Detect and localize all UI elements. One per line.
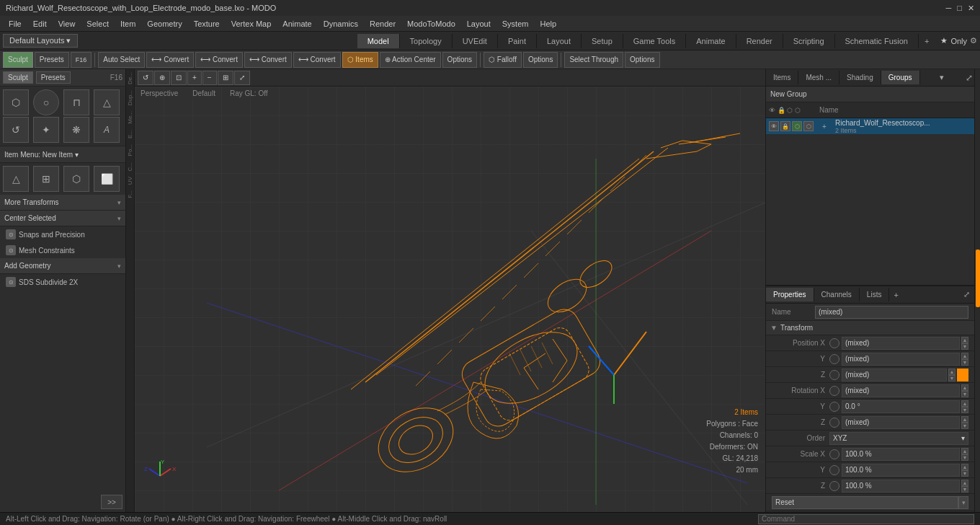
tab-model[interactable]: Model: [357, 34, 400, 48]
menu-layout[interactable]: Layout: [461, 18, 496, 30]
tab-uvedit[interactable]: UVEdit: [453, 34, 498, 48]
item-lock-icon[interactable]: 🔒: [780, 121, 790, 131]
tool-cone[interactable]: △: [94, 89, 120, 115]
f16-button[interactable]: F16: [71, 52, 92, 68]
panel-expand-button[interactable]: ⤢: [966, 73, 973, 83]
item-menu[interactable]: Item Menu: New Item ▾: [0, 146, 125, 163]
vp-btn-zoom-in[interactable]: +: [187, 71, 202, 85]
menu-texture[interactable]: Texture: [188, 18, 226, 30]
position-z-down[interactable]: ▼: [948, 375, 956, 381]
rotation-y-dot[interactable]: [829, 402, 839, 412]
snaps-precision-item[interactable]: ⊙ Snaps and Precision: [0, 226, 125, 242]
side-label-de[interactable]: De...: [127, 69, 133, 87]
position-y-dot[interactable]: [829, 354, 839, 364]
props-tab-lists[interactable]: Lists: [860, 288, 890, 301]
side-label-me[interactable]: Me...: [127, 108, 133, 127]
scale-x-dot[interactable]: [829, 449, 839, 459]
sds-subdivide-item[interactable]: ⊙ SDS Subdivide 2X: [0, 274, 125, 290]
scale-y-up[interactable]: ▲: [961, 464, 968, 470]
tab-groups[interactable]: Groups: [881, 71, 920, 84]
scale-x-down[interactable]: ▼: [961, 454, 968, 461]
position-x-up[interactable]: ▲: [961, 337, 968, 343]
vp-btn-expand[interactable]: ⤢: [234, 71, 250, 85]
menu-help[interactable]: Help: [534, 18, 562, 30]
item-eye-icon[interactable]: 👁: [769, 121, 779, 131]
presets-button[interactable]: Presets: [35, 52, 69, 68]
falloff-button[interactable]: ⬡ Falloff: [484, 52, 522, 68]
side-label-uv[interactable]: UV: [127, 174, 133, 188]
vp-btn-zoom-fit[interactable]: ⊡: [171, 71, 187, 85]
tab-render[interactable]: Render: [736, 34, 783, 48]
props-expand-button[interactable]: ⤢: [959, 287, 974, 302]
menu-modomodo[interactable]: ModoToModo: [401, 18, 461, 30]
props-add-button[interactable]: +: [889, 288, 902, 302]
options3-button[interactable]: Options: [625, 52, 659, 68]
menu-item[interactable]: Item: [115, 18, 141, 30]
rotation-x-down[interactable]: ▼: [961, 391, 968, 397]
tab-paint[interactable]: Paint: [498, 34, 537, 48]
options2-button[interactable]: Options: [523, 52, 558, 68]
side-label-dup[interactable]: Dup...: [127, 87, 133, 108]
tool-text[interactable]: A: [94, 117, 120, 143]
items-button[interactable]: ⬡ Items: [342, 52, 378, 68]
command-input[interactable]: [758, 514, 974, 524]
menu-edit[interactable]: Edit: [27, 18, 53, 30]
tool-subdiv[interactable]: ❋: [63, 117, 89, 143]
add-geometry-section[interactable]: Add Geometry ▾: [0, 258, 125, 274]
convert1-button[interactable]: ⟷ Convert: [146, 52, 194, 68]
transform-section[interactable]: ▼ Transform: [766, 321, 974, 335]
viewport[interactable]: Perspective Default Ray GL: Off: [135, 87, 765, 512]
menu-render[interactable]: Render: [364, 18, 401, 30]
tab-gametools[interactable]: Game Tools: [623, 34, 687, 48]
tool-grid[interactable]: ⊞: [33, 166, 59, 192]
convert3-button[interactable]: ⟷ Convert: [244, 52, 292, 68]
rotation-z-down[interactable]: ▼: [961, 423, 968, 429]
position-x-down[interactable]: ▼: [961, 343, 968, 350]
gear-button[interactable]: ⚙: [967, 33, 980, 48]
tab-expand[interactable]: ▾: [935, 70, 948, 85]
tab-items[interactable]: Items: [766, 71, 798, 84]
tab-add-button[interactable]: +: [919, 34, 935, 48]
tab-schematic[interactable]: Schematic Fusion: [835, 34, 919, 48]
position-x-dot[interactable]: [829, 338, 839, 348]
item-render-icon[interactable]: ⬡: [792, 121, 802, 131]
vp-btn-rotate[interactable]: ↺: [138, 71, 153, 85]
rotation-x-dot[interactable]: [829, 386, 839, 396]
more-transforms-section[interactable]: More Transforms ▾: [0, 195, 125, 211]
side-label-po[interactable]: Po...: [127, 141, 133, 159]
tool-star[interactable]: ✦: [33, 117, 59, 143]
select-through-button[interactable]: Select Through: [564, 52, 623, 68]
rotation-y-up[interactable]: ▲: [961, 400, 968, 407]
position-y-up[interactable]: ▲: [961, 353, 968, 359]
side-label-e[interactable]: E...: [127, 127, 133, 141]
convert4-button[interactable]: ⟷ Convert: [293, 52, 341, 68]
rotation-z-up[interactable]: ▲: [961, 416, 968, 423]
layout-dropdown[interactable]: Default Layouts ▾: [3, 34, 78, 48]
action-center-button[interactable]: ⊕ Action Center: [380, 52, 441, 68]
side-label-f[interactable]: F...: [127, 188, 133, 201]
tool-torus[interactable]: ↺: [3, 117, 29, 143]
menu-animate[interactable]: Animate: [277, 18, 317, 30]
scale-z-down[interactable]: ▼: [961, 486, 968, 493]
options1-button[interactable]: Options: [442, 52, 477, 68]
position-y-down[interactable]: ▼: [961, 359, 968, 366]
mesh-constraints-item[interactable]: ⊙ Mesh Constraints: [0, 242, 125, 258]
item-row-resectoscope[interactable]: 👁 🔒 ⬡ ⬡ + Richard_Wolf_Resectoscop... 2 …: [766, 118, 974, 134]
menu-vertexmap[interactable]: Vertex Map: [226, 18, 277, 30]
item-expand-icon[interactable]: +: [822, 123, 832, 131]
tab-shading[interactable]: Shading: [839, 71, 881, 84]
rotation-y-down[interactable]: ▼: [961, 407, 968, 413]
reset-dropdown[interactable]: ▾: [958, 496, 968, 509]
scale-z-up[interactable]: ▲: [961, 480, 968, 486]
close-button[interactable]: ✕: [968, 4, 974, 13]
center-selected-section[interactable]: Center Selected ▾: [0, 211, 125, 226]
menu-view[interactable]: View: [53, 18, 81, 30]
sculpt-mode-button[interactable]: Sculpt: [3, 71, 33, 84]
auto-select-button[interactable]: Auto Select: [98, 52, 145, 68]
tool-transform[interactable]: △: [3, 166, 29, 192]
vp-btn-frame[interactable]: ⊞: [218, 71, 233, 85]
presets-mode-button[interactable]: Presets: [36, 71, 71, 84]
maximize-button[interactable]: □: [957, 4, 962, 13]
menu-select[interactable]: Select: [81, 18, 115, 30]
vp-btn-pan[interactable]: ⊕: [154, 71, 170, 85]
